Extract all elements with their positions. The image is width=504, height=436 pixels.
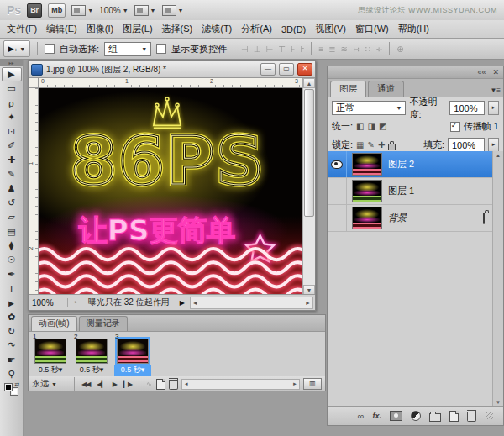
close-panel-icon[interactable]: ✕ <box>492 68 499 76</box>
spot-healing-brush-tool[interactable]: ✚ <box>3 153 21 167</box>
quick-selection-tool[interactable]: ✦ <box>3 110 21 124</box>
fill-spinner-icon[interactable]: ▸ <box>488 138 499 152</box>
unify-position-icon[interactable]: ◧ <box>356 122 364 131</box>
clone-stamp-tool[interactable]: ♟ <box>3 181 21 196</box>
view-extras-dropdown[interactable]: ▼ <box>71 5 93 16</box>
layer-style-icon[interactable]: fx. <box>372 412 381 420</box>
move-tool[interactable]: ▶ <box>2 67 22 81</box>
distribute-bottom-edges-icon[interactable]: ≋ <box>341 45 348 54</box>
eraser-tool[interactable]: ▱ <box>3 210 21 224</box>
vertical-scrollbar[interactable]: ▲ ▼ <box>302 78 315 295</box>
scroll-right-icon[interactable]: ► <box>305 300 311 306</box>
menu-file[interactable]: 文件(F) <box>7 23 37 35</box>
pen-tool[interactable]: ✒ <box>3 267 21 281</box>
next-frame-button[interactable]: ▎▶ <box>122 381 134 388</box>
fill-field[interactable]: 100% <box>448 138 485 152</box>
lock-all-icon[interactable] <box>388 144 396 150</box>
layer-row-layer1[interactable]: 图层 1 <box>328 178 492 205</box>
type-tool[interactable]: T <box>3 281 21 296</box>
eyedropper-tool[interactable]: ✐ <box>3 139 21 153</box>
align-right-edges-icon[interactable]: ⊢ <box>266 45 274 54</box>
tween-frames-icon[interactable]: ∿ <box>144 381 153 388</box>
layer-thumbnail[interactable] <box>352 153 382 176</box>
menu-3d[interactable]: 3D(D) <box>281 24 306 34</box>
menu-image[interactable]: 图像(I) <box>87 23 113 35</box>
zoom-tool[interactable]: ⚲ <box>3 367 21 381</box>
animation-frame-3-selected[interactable]: 3 0.5 秒▾ <box>114 333 151 375</box>
visibility-toggle[interactable] <box>328 178 347 204</box>
add-layer-mask-icon[interactable] <box>390 411 402 421</box>
rectangular-marquee-tool[interactable]: ▭ <box>3 81 21 96</box>
distribute-right-edges-icon[interactable]: ∻ <box>375 45 382 54</box>
scroll-down-icon[interactable]: ▼ <box>496 400 501 405</box>
delete-layer-icon[interactable] <box>467 410 476 422</box>
previous-frame-button[interactable]: ◀▎ <box>95 381 107 388</box>
menu-edit[interactable]: 编辑(E) <box>46 23 77 35</box>
play-button[interactable]: ▶ <box>111 381 118 388</box>
scroll-up-icon[interactable]: ▲ <box>303 78 315 88</box>
dodge-tool[interactable]: ☉ <box>3 253 21 267</box>
scroll-left-icon[interactable]: ◄ <box>184 381 189 386</box>
lock-position-icon[interactable]: ✚ <box>378 140 385 150</box>
tool-preset-picker[interactable]: ▶₊ ▼ <box>3 40 30 57</box>
frame-delay-dropdown[interactable]: 0.5 秒▾ <box>114 365 151 376</box>
show-transform-controls-checkbox[interactable] <box>156 44 166 54</box>
scroll-right-icon[interactable]: ► <box>292 381 297 386</box>
foreground-color-swatch[interactable] <box>4 383 13 391</box>
convert-to-timeline-button[interactable]: ▥ <box>303 378 322 390</box>
new-layer-icon[interactable] <box>449 411 459 422</box>
menu-help[interactable]: 帮助(H) <box>398 23 429 35</box>
layer-row-background[interactable]: 背景 <box>328 205 492 232</box>
layers-scrollbar[interactable]: ▲ ▼ <box>492 151 503 407</box>
collapse-to-icons-icon[interactable]: «« <box>477 68 486 76</box>
frame-delay-dropdown[interactable]: 0.5 秒▾ <box>73 365 110 376</box>
frames-scrollbar[interactable]: ◄ ► <box>181 379 300 390</box>
align-left-edges-icon[interactable]: ⊣ <box>241 45 249 54</box>
align-vertical-centers-icon[interactable]: ⊦ <box>291 45 295 54</box>
restore-button[interactable]: ▭ <box>279 63 294 76</box>
brush-tool[interactable]: ✎ <box>3 167 21 181</box>
menu-analysis[interactable]: 分析(A) <box>241 23 272 35</box>
link-layers-icon[interactable]: ∞ <box>358 411 365 421</box>
document-titlebar[interactable]: 1.jpg @ 100% (图层 2, RGB/8) * — ▭ ✕ <box>29 61 315 78</box>
crop-tool[interactable]: ⊡ <box>3 124 21 139</box>
loop-count-dropdown[interactable]: 永远 ▼ <box>32 378 69 390</box>
canvas[interactable]: 86PS 86PS 86PS 86PS 让PS更简单 让PS更简单 <box>39 88 302 295</box>
distribute-vertical-centers-icon[interactable]: ≣ <box>328 45 335 54</box>
distribute-horizontal-centers-icon[interactable]: ∷ <box>365 45 370 54</box>
layer-thumbnail[interactable] <box>352 180 382 202</box>
distribute-left-edges-icon[interactable]: ∺ <box>353 45 360 54</box>
menu-layer[interactable]: 图层(L) <box>123 23 152 35</box>
unify-style-icon[interactable]: ◩ <box>379 122 386 131</box>
toolbox-collapse-icon[interactable]: ▸▸ <box>0 60 23 66</box>
3d-orbit-tool[interactable]: ↷ <box>3 339 21 353</box>
first-frame-button[interactable]: ◀◀ <box>80 381 92 388</box>
screen-mode-dropdown[interactable]: ▼ <box>162 5 184 16</box>
3d-rotate-tool[interactable]: ↻ <box>3 324 21 339</box>
delete-frame-icon[interactable] <box>169 378 178 390</box>
opacity-field[interactable]: 100% <box>449 101 485 115</box>
layer-name[interactable]: 图层 1 <box>388 185 492 197</box>
scroll-up-icon[interactable]: ▲ <box>496 153 501 158</box>
menu-window[interactable]: 窗口(W) <box>355 23 389 35</box>
lock-pixels-icon[interactable]: ✎ <box>368 140 375 150</box>
layer-row-layer2[interactable]: 图层 2 <box>328 151 492 178</box>
new-frame-icon[interactable] <box>156 379 165 390</box>
tab-animation-frames[interactable]: 动画(帧) <box>31 316 77 331</box>
opacity-spinner-icon[interactable]: ▸ <box>488 101 499 115</box>
visibility-toggle[interactable] <box>328 151 347 177</box>
history-brush-tool[interactable]: ↺ <box>3 196 21 210</box>
minimize-button[interactable]: — <box>260 63 276 76</box>
resize-grip[interactable] <box>486 412 493 419</box>
propagate-frame-checkbox[interactable] <box>450 122 460 132</box>
arrange-documents-dropdown[interactable]: ▼ <box>134 5 156 16</box>
color-swatches[interactable]: ⇄ <box>4 383 18 396</box>
animation-frame-1[interactable]: 1 0.5 秒▾ <box>32 333 69 375</box>
blur-tool[interactable]: ⧫ <box>3 239 21 253</box>
menu-view[interactable]: 视图(V) <box>315 23 346 35</box>
tab-channels[interactable]: 通道 <box>368 81 404 97</box>
hand-tool[interactable]: ☛ <box>3 353 21 367</box>
layer-thumbnail[interactable] <box>352 207 382 229</box>
tab-measurement-log[interactable]: 测量记录 <box>79 316 128 331</box>
align-bottom-edges-icon[interactable]: ⊧ <box>300 45 304 54</box>
